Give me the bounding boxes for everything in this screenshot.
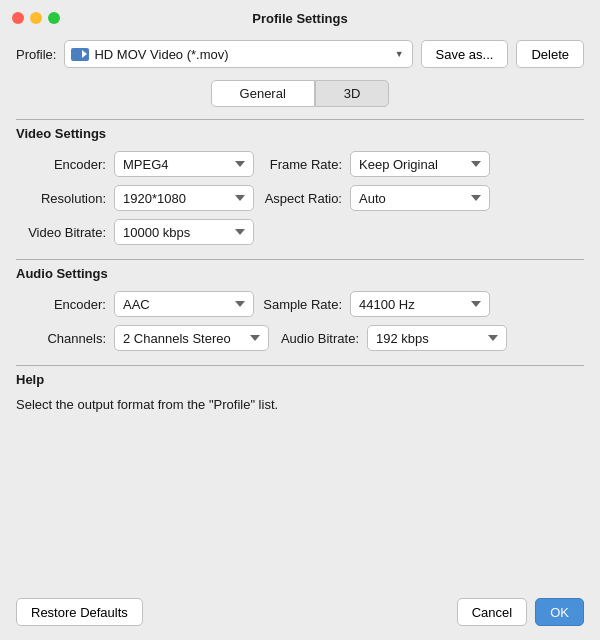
channels-audio-bitrate-row: Channels: 2 Channels Stereo1 Channel Mon…: [16, 325, 584, 351]
help-text: Select the output format from the "Profi…: [16, 397, 584, 412]
video-settings-section: Video Settings Encoder: MPEG4H.264H.265V…: [16, 119, 584, 249]
audio-encoder-sample-rate-row: Encoder: AACMP3AC3OGG Sample Rate: 44100…: [16, 291, 584, 317]
footer-right-buttons: Cancel OK: [457, 598, 584, 626]
close-button[interactable]: [12, 12, 24, 24]
audio-settings-title: Audio Settings: [16, 266, 584, 281]
tab-3d[interactable]: 3D: [315, 80, 390, 107]
audio-encoder-label: Encoder:: [16, 297, 106, 312]
encoder-select[interactable]: MPEG4H.264H.265VP8VP9: [114, 151, 254, 177]
frame-rate-label: Frame Rate:: [262, 157, 342, 172]
title-bar: Profile Settings: [0, 0, 600, 36]
audio-bitrate-select[interactable]: 192 kbps128 kbps256 kbps320 kbps: [367, 325, 507, 351]
resolution-label: Resolution:: [16, 191, 106, 206]
audio-settings-section: Audio Settings Encoder: AACMP3AC3OGG Sam…: [16, 259, 584, 355]
audio-encoder-select[interactable]: AACMP3AC3OGG: [114, 291, 254, 317]
profile-value: HD MOV Video (*.mov): [94, 47, 389, 62]
profile-dropdown-arrow-icon: ▼: [395, 49, 404, 59]
footer: Restore Defaults Cancel OK: [0, 588, 600, 640]
main-content: Profile: HD MOV Video (*.mov) ▼ Save as.…: [0, 36, 600, 588]
tabs: General 3D: [16, 80, 584, 107]
video-bitrate-label: Video Bitrate:: [16, 225, 106, 240]
channels-select[interactable]: 2 Channels Stereo1 Channel Mono5.1 Chann…: [114, 325, 269, 351]
profile-row: Profile: HD MOV Video (*.mov) ▼ Save as.…: [16, 40, 584, 68]
tab-general[interactable]: General: [211, 80, 315, 107]
ok-button[interactable]: OK: [535, 598, 584, 626]
video-format-icon: [71, 48, 89, 61]
help-section: Help Select the output format from the "…: [16, 365, 584, 578]
channels-label: Channels:: [16, 331, 106, 346]
video-settings-title: Video Settings: [16, 126, 584, 141]
encoder-label: Encoder:: [16, 157, 106, 172]
resolution-aspect-ratio-row: Resolution: 1920*10801280*720854*480640*…: [16, 185, 584, 211]
audio-bitrate-label: Audio Bitrate:: [277, 331, 359, 346]
video-bitrate-row: Video Bitrate: 10000 kbps8000 kbps6000 k…: [16, 219, 584, 245]
sample-rate-select[interactable]: 44100 Hz48000 Hz22050 Hz11025 Hz: [350, 291, 490, 317]
delete-button[interactable]: Delete: [516, 40, 584, 68]
encoder-frame-rate-row: Encoder: MPEG4H.264H.265VP8VP9 Frame Rat…: [16, 151, 584, 177]
sample-rate-label: Sample Rate:: [262, 297, 342, 312]
profile-dropdown[interactable]: HD MOV Video (*.mov) ▼: [64, 40, 412, 68]
restore-defaults-button[interactable]: Restore Defaults: [16, 598, 143, 626]
resolution-select[interactable]: 1920*10801280*720854*480640*360: [114, 185, 254, 211]
frame-rate-select[interactable]: Keep Original24 fps25 fps30 fps60 fps: [350, 151, 490, 177]
cancel-button[interactable]: Cancel: [457, 598, 527, 626]
profile-label: Profile:: [16, 47, 56, 62]
aspect-ratio-label: Aspect Ratio:: [262, 191, 342, 206]
window-title: Profile Settings: [252, 11, 347, 26]
help-title: Help: [16, 372, 584, 387]
minimize-button[interactable]: [30, 12, 42, 24]
maximize-button[interactable]: [48, 12, 60, 24]
traffic-lights: [12, 12, 60, 24]
save-as-button[interactable]: Save as...: [421, 40, 509, 68]
aspect-ratio-select[interactable]: Auto16:94:31:1: [350, 185, 490, 211]
profile-settings-window: Profile Settings Profile: HD MOV Video (…: [0, 0, 600, 640]
video-bitrate-select[interactable]: 10000 kbps8000 kbps6000 kbps4000 kbps: [114, 219, 254, 245]
